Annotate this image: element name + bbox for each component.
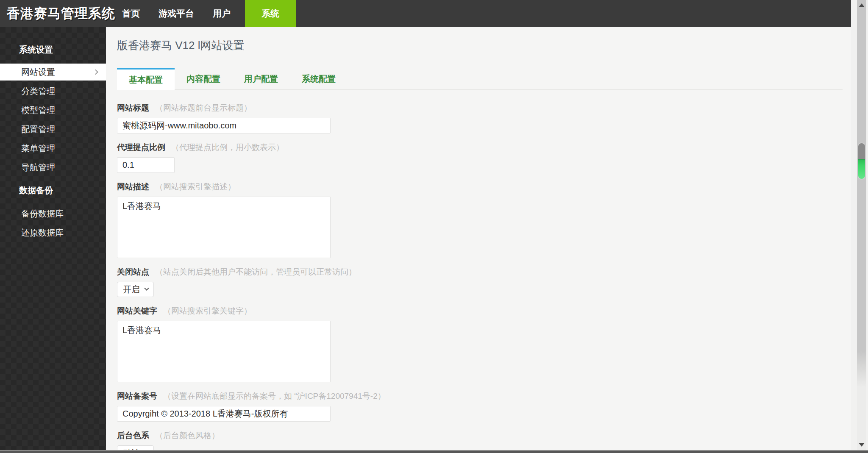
form-field: 网站标题 （网站标题前台显示标题） <box>117 103 843 133</box>
sidebar-item-label: 还原数据库 <box>21 228 64 237</box>
field-hint: （网站搜索引擎描述） <box>155 181 236 192</box>
textarea-input[interactable] <box>117 321 331 382</box>
sidebar-item[interactable]: 菜单管理 <box>0 139 106 158</box>
sidebar-item-label: 模型管理 <box>21 106 55 115</box>
tab[interactable]: 用户配置 <box>232 68 290 89</box>
field-label: 关闭站点 <box>117 267 149 278</box>
select-dropdown[interactable]: 默认 <box>117 445 154 450</box>
sidebar-item-label: 菜单管理 <box>21 144 55 153</box>
field-hint: （代理提点比例，用小数表示） <box>171 142 284 153</box>
form-field: 网站关键字 （网站搜索引擎关键字） <box>117 306 843 382</box>
chevron-down-icon <box>144 286 149 291</box>
form-field: 代理提点比例 （代理提点比例，用小数表示） <box>117 142 843 173</box>
scrollbar-thumb[interactable] <box>858 143 865 179</box>
field-label: 网站关键字 <box>117 306 157 317</box>
sidebar-item[interactable]: 配置管理 <box>0 120 106 139</box>
sidebar-section-heading: 数据备份 <box>0 185 106 196</box>
top-nav-menu: 首页 游戏平台 用户 系统 <box>104 0 296 27</box>
tab[interactable]: 系统配置 <box>290 68 348 89</box>
sidebar-item-label: 备份数据库 <box>21 209 64 218</box>
sidebar-section: 数据备份 备份数据库 还原数据库 <box>0 185 106 242</box>
sidebar-item-label: 网站设置 <box>21 67 55 77</box>
field-label: 网站描述 <box>117 181 149 192</box>
top-nav-item[interactable]: 游戏平台 <box>158 0 195 27</box>
sidebar-item[interactable]: 模型管理 <box>0 101 106 120</box>
form-field: 关闭站点 （站点关闭后其他用户不能访问，管理员可以正常访问） 开启 <box>117 267 843 297</box>
text-input[interactable] <box>117 157 175 173</box>
sidebar-item-label: 配置管理 <box>21 125 55 134</box>
page-title: 版香港赛马 V12 l网站设置 <box>117 38 843 53</box>
field-hint: （设置在网站底部显示的备案号，如 “沪ICP备12007941号-2） <box>163 391 386 402</box>
top-nav-item[interactable]: 系统 <box>245 0 296 27</box>
text-input[interactable] <box>117 118 331 133</box>
scroll-down-arrow-icon[interactable] <box>859 443 865 447</box>
main-content: 版香港赛马 V12 l网站设置 基本配置 内容配置 用户配置 系统配置 网站标题… <box>106 27 851 450</box>
field-hint: （网站搜索引擎关键字） <box>163 306 252 317</box>
sidebar-item[interactable]: 网站设置 <box>0 64 106 81</box>
sidebar-item[interactable]: 备份数据库 <box>0 204 106 223</box>
sidebar-item-label: 分类管理 <box>21 86 55 96</box>
sidebar-section: 系统设置 网站设置 分类管理 模型管理 配置管理 <box>0 44 106 177</box>
field-hint: （后台颜色风格） <box>155 430 220 441</box>
app-logo[interactable]: 香港赛马管理系统 <box>7 0 104 27</box>
field-label: 网站备案号 <box>117 391 157 402</box>
sidebar-section-heading: 系统设置 <box>0 44 106 55</box>
bottom-edge-bar <box>0 450 868 453</box>
sidebar-item[interactable]: 导航管理 <box>0 158 106 177</box>
field-label: 网站标题 <box>117 103 149 114</box>
top-nav-item[interactable]: 首页 <box>121 0 141 27</box>
tab[interactable]: 基本配置 <box>117 68 175 90</box>
sidebar-item-label: 导航管理 <box>21 163 55 172</box>
form-field: 网站备案号 （设置在网站底部显示的备案号，如 “沪ICP备12007941号-2… <box>117 391 843 422</box>
select-value: 开启 <box>123 284 140 295</box>
form-field: 网站描述 （网站搜索引擎描述） <box>117 181 843 258</box>
scrollbar[interactable] <box>851 0 868 450</box>
text-input[interactable] <box>117 406 331 422</box>
sidebar-item[interactable]: 还原数据库 <box>0 223 106 242</box>
settings-form: 网站标题 （网站标题前台显示标题） 代理提点比例 （代理提点比例，用小数表示） <box>117 103 843 450</box>
scrollbar-track[interactable] <box>857 0 866 450</box>
sidebar: 系统设置 网站设置 分类管理 模型管理 配置管理 <box>0 27 106 450</box>
field-label: 代理提点比例 <box>117 142 165 153</box>
field-hint: （站点关闭后其他用户不能访问，管理员可以正常访问） <box>155 267 356 278</box>
chevron-right-icon <box>93 69 98 75</box>
top-navbar: 香港赛马管理系统 首页 游戏平台 用户 系统 <box>0 0 868 27</box>
field-hint: （网站标题前台显示标题） <box>155 103 252 114</box>
top-nav-item[interactable]: 用户 <box>212 0 231 27</box>
textarea-input[interactable] <box>117 197 331 258</box>
sidebar-item[interactable]: 分类管理 <box>0 82 106 101</box>
field-label: 后台色系 <box>117 430 149 441</box>
form-field: 后台色系 （后台颜色风格） 默认 <box>117 430 843 450</box>
tab[interactable]: 内容配置 <box>175 68 232 89</box>
scroll-up-arrow-icon[interactable] <box>859 3 865 7</box>
tab-bar: 基本配置 内容配置 用户配置 系统配置 <box>117 68 843 90</box>
select-dropdown[interactable]: 开启 <box>117 282 154 297</box>
